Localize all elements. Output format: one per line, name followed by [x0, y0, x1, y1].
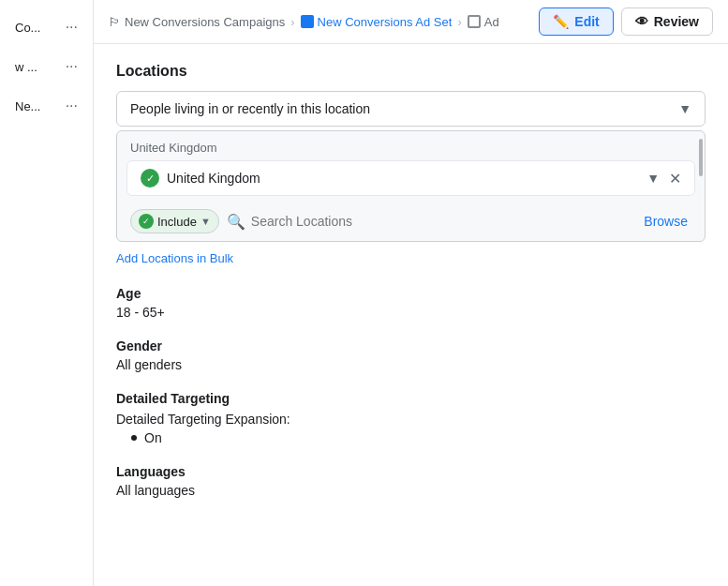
eye-icon: 👁 — [635, 14, 648, 29]
gender-label: Gender — [116, 338, 706, 353]
gender-value: All genders — [116, 357, 706, 372]
location-tag-actions: ▼ ✕ — [646, 170, 681, 188]
breadcrumb-adset-label: New Conversions Ad Set — [318, 15, 453, 29]
square-icon — [468, 15, 481, 28]
location-country-label: United Kingdom — [167, 171, 260, 186]
breadcrumb-ad-label: Ad — [484, 15, 499, 29]
topbar: 🏳 New Conversions Campaigns › New Conver… — [94, 0, 728, 44]
edit-button[interactable]: ✏️ Edit — [539, 8, 613, 36]
sidebar-item-label: w ... — [15, 60, 37, 74]
age-label: Age — [116, 286, 706, 301]
detailed-targeting-title: Detailed Targeting — [116, 391, 706, 406]
location-type-text: People living in or recently in this loc… — [130, 101, 370, 116]
sidebar-item-w[interactable]: w ... ··· — [4, 49, 89, 84]
content-area: Locations People living in or recently i… — [94, 44, 728, 586]
location-tag-left: ✓ United Kingdom — [141, 169, 260, 188]
detailed-targeting-section: Detailed Targeting Detailed Targeting Ex… — [116, 391, 706, 445]
blue-square-icon — [301, 15, 314, 28]
sidebar-item-label: Ne... — [15, 99, 40, 113]
include-row: ✓ Include ▼ 🔍 Browse — [117, 202, 705, 241]
languages-value: All languages — [116, 483, 706, 498]
sidebar-item-co[interactable]: Co... ··· — [4, 9, 89, 45]
add-bulk-link[interactable]: Add Locations in Bulk — [116, 249, 706, 267]
scrollbar[interactable] — [699, 139, 703, 176]
include-chevron-icon: ▼ — [201, 216, 211, 227]
breadcrumb-adset[interactable]: New Conversions Ad Set — [301, 15, 453, 29]
include-label: Include — [157, 215, 197, 229]
topbar-actions: ✏️ Edit 👁 Review — [539, 8, 713, 36]
locations-section: Locations People living in or recently i… — [116, 63, 706, 267]
languages-section: Languages All languages — [116, 464, 706, 498]
age-value: 18 - 65+ — [116, 305, 706, 320]
search-locations-input[interactable] — [251, 214, 637, 229]
gender-section: Gender All genders — [116, 338, 706, 372]
languages-label: Languages — [116, 464, 706, 479]
location-type-dropdown[interactable]: People living in or recently in this loc… — [116, 91, 706, 127]
sidebar-item-dots[interactable]: ··· — [66, 19, 78, 36]
include-shield-icon: ✓ — [139, 214, 154, 229]
chevron-down-icon[interactable]: ▼ — [646, 171, 660, 186]
sidebar-item-dots[interactable]: ··· — [66, 98, 78, 114]
review-label: Review — [654, 14, 699, 29]
location-box: United Kingdom ✓ United Kingdom ▼ ✕ ✓ — [116, 130, 706, 242]
search-row: 🔍 — [227, 213, 637, 231]
sidebar: Co... ··· w ... ··· Ne... ··· — [0, 0, 94, 586]
review-button[interactable]: 👁 Review — [621, 8, 713, 36]
sidebar-item-dots[interactable]: ··· — [66, 58, 78, 75]
include-badge[interactable]: ✓ Include ▼ — [130, 209, 219, 233]
locations-title: Locations — [116, 63, 706, 80]
country-header: United Kingdom — [117, 131, 705, 160]
breadcrumb: 🏳 New Conversions Campaigns › New Conver… — [109, 15, 499, 29]
edit-label: Edit — [574, 14, 599, 29]
expansion-value: On — [144, 430, 162, 445]
sidebar-item-ne[interactable]: Ne... ··· — [4, 88, 89, 124]
search-icon: 🔍 — [227, 213, 245, 231]
location-tag-uk: ✓ United Kingdom ▼ ✕ — [126, 160, 695, 196]
browse-button[interactable]: Browse — [644, 214, 691, 229]
breadcrumb-ad[interactable]: Ad — [468, 15, 499, 29]
breadcrumb-campaigns-label: New Conversions Campaigns — [125, 15, 285, 29]
flag-icon: 🏳 — [109, 15, 121, 29]
age-section: Age 18 - 65+ — [116, 286, 706, 320]
main-area: 🏳 New Conversions Campaigns › New Conver… — [94, 0, 728, 586]
pencil-icon: ✏️ — [553, 14, 569, 29]
green-shield-icon: ✓ — [141, 169, 159, 188]
sidebar-item-label: Co... — [15, 21, 40, 35]
breadcrumb-campaigns[interactable]: 🏳 New Conversions Campaigns — [109, 15, 285, 29]
expansion-value-item: On — [116, 430, 706, 445]
breadcrumb-sep-2: › — [457, 15, 461, 29]
bullet-dot-icon — [131, 435, 137, 441]
close-icon[interactable]: ✕ — [669, 170, 681, 188]
breadcrumb-sep-1: › — [290, 15, 294, 29]
expansion-label: Detailed Targeting Expansion: — [116, 412, 706, 427]
chevron-down-icon: ▼ — [678, 101, 691, 116]
